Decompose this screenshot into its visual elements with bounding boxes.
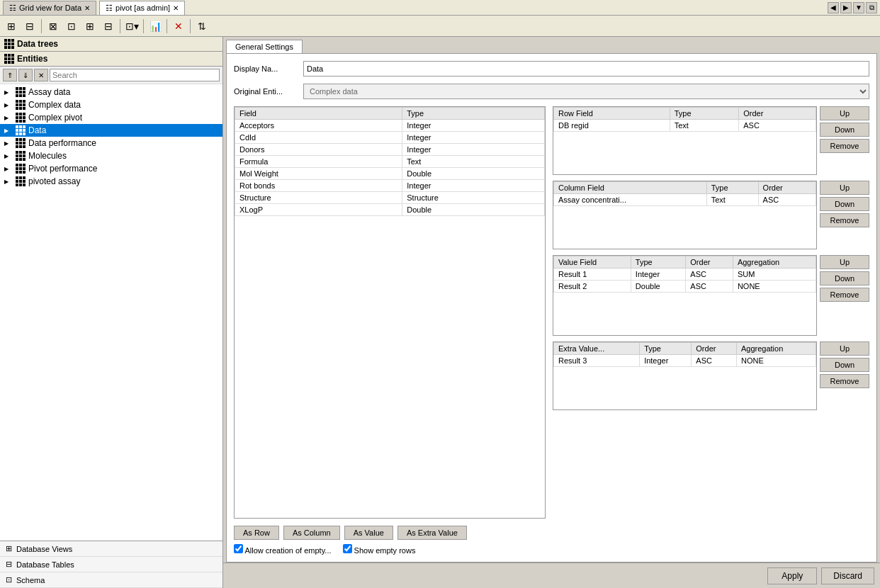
nav-right[interactable]: ▶	[840, 2, 852, 13]
toolbar-btn-5[interactable]: ⊞	[81, 18, 98, 35]
table-row[interactable]: Mol WeightDouble	[235, 168, 545, 180]
discard-button[interactable]: Discard	[821, 567, 874, 584]
column-field-btns: Up Down Remove	[820, 181, 869, 249]
tab-general-settings[interactable]: General Settings	[226, 40, 303, 53]
sort-desc-btn[interactable]: ⇓	[18, 69, 33, 81]
original-entity-select[interactable]: Complex data	[303, 84, 869, 99]
data-trees-label: Data trees	[17, 39, 58, 49]
col-remove-btn[interactable]: Remove	[820, 213, 869, 227]
table-row[interactable]: CdIdInteger	[235, 132, 545, 144]
toolbar-btn-chart[interactable]: 📊	[147, 18, 164, 35]
allow-empty-checkbox[interactable]	[234, 544, 243, 553]
allow-empty-checkbox-label[interactable]: Allow creation of empty...	[234, 544, 332, 555]
expand-pivoted-assay[interactable]: ▶	[4, 179, 13, 185]
nav-dropdown[interactable]: ▼	[853, 2, 864, 13]
as-value-btn[interactable]: As Value	[344, 526, 393, 540]
pivoted-assay-icon	[16, 176, 26, 186]
row-order-col: Order	[739, 108, 816, 120]
clear-btn[interactable]: ✕	[34, 69, 48, 81]
table-row[interactable]: Rot bondsInteger	[235, 180, 545, 192]
sidebar-footer-db-views[interactable]: ⊞ Database Views	[0, 541, 222, 557]
tree-item-complex-pivot[interactable]: ▶ Complex pivot	[0, 111, 222, 124]
tree-item-pivot-performance[interactable]: ▶ Pivot performance	[0, 162, 222, 175]
toolbar-btn-4[interactable]: ⊡	[63, 18, 80, 35]
db-views-label: Database Views	[16, 545, 72, 553]
tab-grid-view-icon: ☷	[9, 4, 16, 13]
val-agg-cell: SUM	[733, 268, 816, 281]
extra-up-btn[interactable]: Up	[820, 341, 869, 356]
col-down-btn[interactable]: Down	[820, 197, 869, 211]
tree-item-assay-data[interactable]: ▶ Assay data	[0, 86, 222, 98]
title-nav: ◀ ▶ ▼ ⧉	[828, 2, 877, 13]
expand-complex-pivot[interactable]: ▶	[4, 115, 13, 121]
toolbar-btn-7[interactable]: ⊡▾	[123, 18, 140, 35]
value-field-btns: Up Down Remove	[820, 255, 869, 336]
tree-item-complex-data[interactable]: ▶ Complex data	[0, 98, 222, 111]
nav-restore[interactable]: ⧉	[866, 2, 877, 13]
val-down-btn[interactable]: Down	[820, 271, 869, 285]
value-field-table: Value Field Type Order Aggregation Resul…	[553, 256, 816, 293]
tab-grid-view-close[interactable]: ✕	[84, 4, 90, 12]
tab-pivot-close[interactable]: ✕	[173, 4, 179, 12]
expand-complex-data[interactable]: ▶	[4, 102, 13, 108]
val-agg-col: Aggregation	[733, 256, 816, 268]
extra-down-btn[interactable]: Down	[820, 358, 869, 372]
sidebar-footer-db-tables[interactable]: ⊟ Database Tables	[0, 557, 222, 572]
row-remove-btn[interactable]: Remove	[820, 139, 869, 153]
val-type-cell: Integer	[631, 268, 685, 281]
tab-pivot-icon: ☷	[106, 4, 113, 13]
search-input[interactable]	[50, 69, 220, 81]
tree-item-pivoted-assay[interactable]: ▶ pivoted assay	[0, 175, 222, 188]
content-area: General Settings Display Na... Original …	[223, 37, 880, 588]
show-empty-checkbox-label[interactable]: Show empty rows	[343, 544, 416, 555]
display-name-input[interactable]	[303, 61, 869, 77]
expand-data[interactable]: ▶	[4, 128, 13, 134]
expand-assay-data[interactable]: ▶	[4, 89, 13, 96]
as-column-btn[interactable]: As Column	[283, 526, 340, 540]
table-row[interactable]: AcceptorsInteger	[235, 120, 545, 132]
val-remove-btn[interactable]: Remove	[820, 288, 869, 302]
nav-left[interactable]: ◀	[828, 2, 839, 13]
column-field-table: Column Field Type Order Assay concentrat…	[553, 181, 816, 206]
col-up-btn[interactable]: Up	[820, 181, 869, 195]
row-field-section: Row Field Type Order DB regidTextASC	[553, 106, 869, 175]
table-row[interactable]: FormulaText	[235, 156, 545, 168]
sort-asc-btn[interactable]: ⇑	[3, 69, 17, 81]
toolbar-btn-sort[interactable]: ⇅	[193, 18, 210, 35]
row-down-btn[interactable]: Down	[820, 123, 869, 137]
table-row[interactable]: StructureStructure	[235, 192, 545, 204]
extra-remove-btn[interactable]: Remove	[820, 374, 869, 388]
as-row-btn[interactable]: As Row	[234, 526, 279, 540]
as-extra-value-btn[interactable]: As Extra Value	[397, 526, 467, 540]
expand-data-performance[interactable]: ▶	[4, 140, 13, 147]
table-row[interactable]: Result 3IntegerASCNONE	[554, 355, 816, 367]
toolbar-btn-delete[interactable]: ✕	[170, 18, 187, 35]
toolbar-btn-1[interactable]: ⊞	[3, 18, 20, 35]
tab-pivot[interactable]: ☷ pivot [as admin] ✕	[99, 1, 185, 15]
tab-grid-view[interactable]: ☷ Grid view for Data ✕	[3, 1, 96, 15]
row-up-btn[interactable]: Up	[820, 106, 869, 120]
expand-molecules[interactable]: ▶	[4, 153, 13, 159]
table-row[interactable]: XLogPDouble	[235, 204, 545, 216]
expand-pivot-performance[interactable]: ▶	[4, 166, 13, 172]
sidebar-header: Data trees	[0, 37, 222, 52]
table-row[interactable]: DB regidTextASC	[554, 120, 816, 132]
sidebar-footer-schema[interactable]: ⊡ Schema	[0, 572, 222, 588]
toolbar: ⊞ ⊟ ⊠ ⊡ ⊞ ⊟ ⊡▾ 📊 ✕ ⇅	[0, 16, 880, 37]
toolbar-btn-6[interactable]: ⊟	[100, 18, 117, 35]
val-up-btn[interactable]: Up	[820, 255, 869, 269]
table-row[interactable]: Result 2DoubleASCNONE	[554, 281, 816, 293]
fields-table-wrap: Field Type AcceptorsIntegerCdIdIntegerDo…	[234, 106, 546, 519]
tree-item-data-performance[interactable]: ▶ Data performance	[0, 137, 222, 149]
tree-item-data[interactable]: ▶ Data	[0, 124, 222, 137]
tree-item-molecules[interactable]: ▶ Molecules	[0, 149, 222, 162]
table-row[interactable]: Assay concentrati...TextASC	[554, 194, 816, 206]
toolbar-btn-3[interactable]: ⊠	[45, 18, 62, 35]
complex-pivot-icon	[16, 113, 26, 123]
toolbar-btn-2[interactable]: ⊟	[21, 18, 38, 35]
row-field-col: Row Field	[554, 108, 670, 120]
table-row[interactable]: Result 1IntegerASCSUM	[554, 268, 816, 281]
table-row[interactable]: DonorsInteger	[235, 144, 545, 156]
show-empty-checkbox[interactable]	[343, 544, 352, 553]
apply-button[interactable]: Apply	[767, 567, 817, 584]
